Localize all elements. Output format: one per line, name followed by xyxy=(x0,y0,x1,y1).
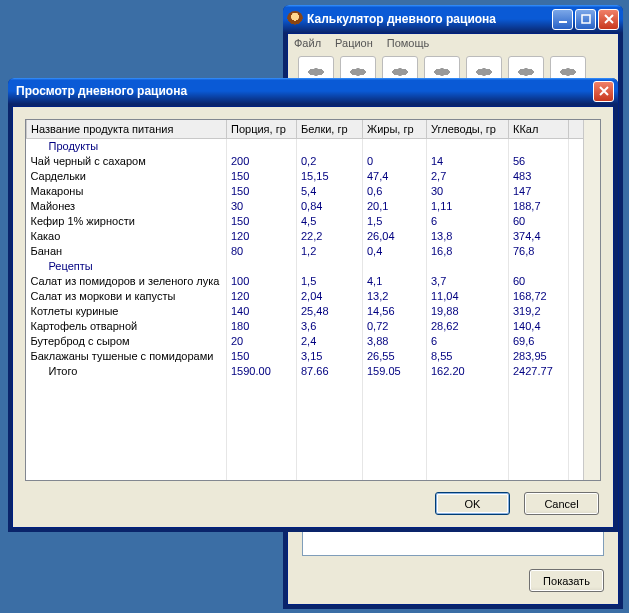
col-portion[interactable]: Порция, гр xyxy=(227,120,297,138)
cell-value: 4,5 xyxy=(297,213,363,228)
table-row[interactable]: Майонез300,8420,11,11188,7 xyxy=(27,198,600,213)
table-row-empty xyxy=(27,468,600,481)
cell-value: 30 xyxy=(227,198,297,213)
cell-name: Котлеты куриные xyxy=(27,303,227,318)
cell-value: 0,4 xyxy=(363,243,427,258)
table-row-empty xyxy=(27,438,600,453)
menu-file[interactable]: Файл xyxy=(294,37,321,49)
cell-value: 3,6 xyxy=(297,318,363,333)
col-carbs[interactable]: Углеводы, гр xyxy=(427,120,509,138)
maximize-button[interactable] xyxy=(575,9,596,30)
cell-value: 30 xyxy=(427,183,509,198)
dialog-titlebar[interactable]: Просмотр дневного рациона xyxy=(8,78,618,104)
table-row[interactable]: Котлеты куриные14025,4814,5619,88319,2 xyxy=(27,303,600,318)
table-row[interactable]: Сардельки15015,1547,42,7483 xyxy=(27,168,600,183)
cell-value: 188,7 xyxy=(509,198,569,213)
cell-value: 16,8 xyxy=(427,243,509,258)
cancel-button[interactable]: Cancel xyxy=(524,492,599,515)
cell-name: Майонез xyxy=(27,198,227,213)
cell-value: 20 xyxy=(227,333,297,348)
table-row-empty xyxy=(27,453,600,468)
cell-value: 76,8 xyxy=(509,243,569,258)
table-row[interactable]: Макароны1505,40,630147 xyxy=(27,183,600,198)
ok-button[interactable]: OK xyxy=(435,492,510,515)
cell-value: 25,48 xyxy=(297,303,363,318)
show-button[interactable]: Показать xyxy=(529,569,604,592)
dialog-title: Просмотр дневного рациона xyxy=(12,84,593,98)
cell-value: 1,2 xyxy=(297,243,363,258)
cell-value: 159.05 xyxy=(363,363,427,378)
table-row[interactable]: Салат из моркови и капусты1202,0413,211,… xyxy=(27,288,600,303)
cell-value: 1,5 xyxy=(297,273,363,288)
cell-value: 140 xyxy=(227,303,297,318)
cell-value: 15,15 xyxy=(297,168,363,183)
cell-value: 0,84 xyxy=(297,198,363,213)
cell-value: 11,04 xyxy=(427,288,509,303)
vertical-scrollbar[interactable] xyxy=(583,120,600,480)
col-fat[interactable]: Жиры, гр xyxy=(363,120,427,138)
cell-value: 5,4 xyxy=(297,183,363,198)
cell-value: 20,1 xyxy=(363,198,427,213)
cell-value: 56 xyxy=(509,153,569,168)
minimize-button[interactable] xyxy=(552,9,573,30)
section-label: Продукты xyxy=(27,138,227,153)
cell-value: 8,55 xyxy=(427,348,509,363)
cell-value: 283,95 xyxy=(509,348,569,363)
cell-value: 150 xyxy=(227,183,297,198)
cell-value: 6 xyxy=(427,213,509,228)
cell-value: 120 xyxy=(227,288,297,303)
cell-value: 60 xyxy=(509,273,569,288)
cell-value: 3,88 xyxy=(363,333,427,348)
table-row[interactable]: Бутерброд с сыром202,43,88669,6 xyxy=(27,333,600,348)
ration-table-container: Название продукта питания Порция, гр Бел… xyxy=(25,119,601,481)
dialog-close-button[interactable] xyxy=(593,81,614,102)
close-icon xyxy=(599,86,609,96)
cell-value: 60 xyxy=(509,213,569,228)
table-row-empty xyxy=(27,423,600,438)
table-row[interactable]: Кефир 1% жирности1504,51,5660 xyxy=(27,213,600,228)
table-row[interactable]: Салат из помидоров и зеленого лука1001,5… xyxy=(27,273,600,288)
table-row[interactable]: Банан801,20,416,876,8 xyxy=(27,243,600,258)
cell-value: 13,8 xyxy=(427,228,509,243)
table-row[interactable]: Баклажаны тушеные с помидорами1503,1526,… xyxy=(27,348,600,363)
menu-ration[interactable]: Рацион xyxy=(335,37,373,49)
col-name[interactable]: Название продукта питания xyxy=(27,120,227,138)
cell-name: Чай черный с сахаром xyxy=(27,153,227,168)
cell-value: 13,2 xyxy=(363,288,427,303)
cell-name: Бутерброд с сыром xyxy=(27,333,227,348)
cell-value: 28,62 xyxy=(427,318,509,333)
table-header-row: Название продукта питания Порция, гр Бел… xyxy=(27,120,600,138)
col-kcal[interactable]: ККал xyxy=(509,120,569,138)
cell-value: 2427.77 xyxy=(509,363,569,378)
cell-value: 14 xyxy=(427,153,509,168)
cell-value: 2,7 xyxy=(427,168,509,183)
menubar: Файл Рацион Помощь xyxy=(288,34,618,52)
cell-value: 47,4 xyxy=(363,168,427,183)
section-label: Рецепты xyxy=(27,258,227,273)
cell-value: 1590.00 xyxy=(227,363,297,378)
svg-rect-1 xyxy=(582,15,590,23)
table-row[interactable]: Чай черный с сахаром2000,201456 xyxy=(27,153,600,168)
cell-value: 150 xyxy=(227,348,297,363)
cell-value: 26,55 xyxy=(363,348,427,363)
menu-help[interactable]: Помощь xyxy=(387,37,430,49)
calculator-title: Калькулятор дневного рациона xyxy=(307,12,552,26)
table-row-empty xyxy=(27,378,600,393)
col-protein[interactable]: Белки, гр xyxy=(297,120,363,138)
cell-value: 19,88 xyxy=(427,303,509,318)
cell-value: 483 xyxy=(509,168,569,183)
close-button[interactable] xyxy=(598,9,619,30)
input-field[interactable] xyxy=(302,528,604,556)
cell-value: 140,4 xyxy=(509,318,569,333)
cell-value: 26,04 xyxy=(363,228,427,243)
table-row[interactable]: Какао12022,226,0413,8374,4 xyxy=(27,228,600,243)
table-row[interactable]: Картофель отварной1803,60,7228,62140,4 xyxy=(27,318,600,333)
cell-value: 0 xyxy=(363,153,427,168)
calculator-titlebar[interactable]: Калькулятор дневного рациона xyxy=(283,5,623,33)
cell-value: 22,2 xyxy=(297,228,363,243)
cell-value: 2,04 xyxy=(297,288,363,303)
table-row[interactable]: Итого1590.0087.66159.05162.202427.77 xyxy=(27,363,600,378)
cell-value: 180 xyxy=(227,318,297,333)
cell-value: 150 xyxy=(227,168,297,183)
cell-name: Итого xyxy=(27,363,227,378)
